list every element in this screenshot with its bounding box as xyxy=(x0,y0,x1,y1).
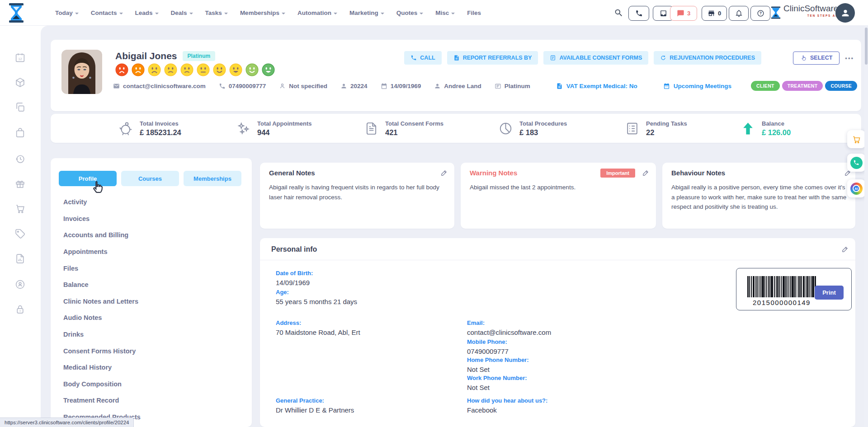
nav-item-quotes[interactable]: Quotes xyxy=(396,9,424,16)
hand-pointer-icon xyxy=(800,55,807,61)
account-sync-icon[interactable] xyxy=(14,279,26,290)
person-icon xyxy=(340,83,347,89)
floating-cart-button[interactable] xyxy=(847,130,865,148)
nav-item-marketing[interactable]: Marketing xyxy=(349,9,384,16)
history-icon[interactable] xyxy=(14,153,26,164)
tab-profile[interactable]: Profile xyxy=(59,171,117,186)
mood-emoji-6[interactable] xyxy=(197,63,210,76)
floating-ai-button[interactable]: AI xyxy=(847,179,865,197)
menu-item-audio-notes[interactable]: Audio Notes xyxy=(63,310,141,326)
mood-emoji-8[interactable] xyxy=(229,63,242,76)
stat-total-invoices: Total Invoices£ 185231.24 xyxy=(118,114,181,143)
print-barcode-button[interactable]: Print xyxy=(815,286,844,300)
nav-item-leads[interactable]: Leads xyxy=(135,9,159,16)
person-icon xyxy=(434,83,441,89)
chevron-down-icon xyxy=(282,13,285,14)
report-referrals-button[interactable]: REPORT REFERRALS BY xyxy=(447,51,538,65)
rejuvenation-button[interactable]: REJUVENATION PROCEDURES xyxy=(654,51,761,65)
copy-icon[interactable] xyxy=(14,102,26,113)
mood-emoji-5[interactable] xyxy=(180,63,193,76)
profile-menu-list: ActivityInvoicesAccounts and BillingAppo… xyxy=(63,194,141,425)
label-pill-client: CLIENT xyxy=(751,81,780,91)
menu-item-drinks[interactable]: Drinks xyxy=(63,326,141,343)
field-age: Age:55 years 5 months 21 days xyxy=(276,289,357,305)
nav-item-memberships[interactable]: Memberships xyxy=(240,9,285,16)
dialer-button[interactable] xyxy=(628,6,649,21)
page-scrollbar xyxy=(864,26,868,427)
nav-item-deals[interactable]: Deals xyxy=(171,9,193,16)
pos-button[interactable]: 0 xyxy=(702,6,727,21)
nav-item-contacts[interactable]: Contacts xyxy=(91,9,123,16)
mood-emoji-7[interactable] xyxy=(213,63,226,76)
phone-icon xyxy=(635,9,643,17)
cart-icon[interactable] xyxy=(14,203,26,214)
nav-item-tasks[interactable]: Tasks xyxy=(205,9,228,16)
menu-item-files[interactable]: Files xyxy=(63,260,141,277)
nav-item-today[interactable]: Today xyxy=(55,9,79,16)
menu-item-invoices[interactable]: Invoices xyxy=(63,211,141,227)
mood-emoji-9[interactable] xyxy=(245,63,259,76)
patient-plan: Platinum xyxy=(495,83,530,89)
warning-notes-title: Warning Notes xyxy=(470,169,517,177)
tab-courses[interactable]: Courses xyxy=(121,171,179,186)
menu-item-medical-history[interactable]: Medical History xyxy=(63,359,141,376)
nav-item-files[interactable]: Files xyxy=(467,9,481,16)
browser-status-bar: https://server3.clinicsoftware.com/clien… xyxy=(0,418,134,427)
floating-call-button[interactable] xyxy=(847,154,865,172)
menu-item-body-composition[interactable]: Body Composition xyxy=(63,376,141,393)
upcoming-meetings-link[interactable]: Upcoming Meetings xyxy=(663,83,731,89)
warning-notes-text: Abigail missed the last 2 appointments. xyxy=(470,183,649,192)
mood-emoji-1[interactable] xyxy=(115,63,128,76)
search-icon[interactable] xyxy=(614,8,623,18)
more-actions-button[interactable]: ••• xyxy=(845,55,854,61)
discount-tag-icon[interactable] xyxy=(14,228,26,239)
mood-emoji-4[interactable] xyxy=(164,63,177,76)
menu-item-clinic-notes-and-letters[interactable]: Clinic Notes and Letters xyxy=(63,293,141,310)
behaviour-notes-text: Abigail really is a positive person, eve… xyxy=(671,183,848,212)
menu-item-treatment-record[interactable]: Treatment Record xyxy=(63,392,141,409)
person-icon xyxy=(840,8,850,18)
field-mobile-phone: Mobile Phone:07490009777 xyxy=(467,338,509,355)
calendar-icon xyxy=(381,83,387,89)
user-avatar-button[interactable] xyxy=(835,3,855,23)
menu-item-accounts-and-billing[interactable]: Accounts and Billing xyxy=(63,227,141,244)
form-icon xyxy=(550,55,556,61)
menu-item-consent-forms-history[interactable]: Consent Forms History xyxy=(63,343,141,359)
help-button[interactable]: ? xyxy=(750,6,770,21)
package-icon[interactable] xyxy=(14,77,26,88)
scrollbar-thumb[interactable] xyxy=(865,28,868,65)
bell-icon xyxy=(735,9,743,17)
shopping-bag-icon[interactable] xyxy=(14,127,26,139)
mood-emoji-2[interactable] xyxy=(132,63,145,76)
edit-pencil-icon[interactable] xyxy=(841,245,849,253)
personal-info-card: Personal info Date of Birth:14/09/1969 A… xyxy=(260,238,855,427)
consent-forms-button[interactable]: AVAILABLE CONSENT FORMS xyxy=(543,51,648,65)
label-pill-treatment: TREATMENT xyxy=(782,81,823,91)
status-url: https://server3.clinicsoftware.com/clien… xyxy=(5,420,129,425)
calendar-icon[interactable]: 12 xyxy=(14,52,26,63)
up-arrow-icon xyxy=(741,121,755,136)
nav-item-misc[interactable]: Misc xyxy=(435,9,455,16)
mood-emoji-3[interactable] xyxy=(148,63,161,76)
call-button[interactable]: CALL xyxy=(404,51,441,65)
edit-pencil-icon[interactable] xyxy=(642,169,650,177)
behaviour-notes-card: Behaviour Notes Abigail really is a posi… xyxy=(662,163,855,229)
notifications-button[interactable] xyxy=(729,6,749,21)
mood-emoji-10[interactable] xyxy=(262,63,275,76)
tab-memberships[interactable]: Memberships xyxy=(184,171,241,186)
chevron-down-icon xyxy=(451,13,455,14)
menu-item-activity[interactable]: Activity xyxy=(63,194,141,211)
field-email: Email:contact@clinicsoftware.com xyxy=(467,319,551,336)
patient-photo xyxy=(61,50,102,94)
nav-item-automation[interactable]: Automation xyxy=(297,9,337,16)
vat-exempt-link[interactable]: VAT Exempt Medical: No xyxy=(556,83,637,89)
clinicsoftware-app: TodayContactsLeadsDealsTasksMembershipsA… xyxy=(0,0,868,427)
menu-item-appointments[interactable]: Appointments xyxy=(63,244,141,260)
lock-icon[interactable] xyxy=(14,304,26,315)
gift-icon[interactable] xyxy=(14,178,26,189)
select-button[interactable]: SELECT xyxy=(793,52,840,65)
menu-item-balance[interactable]: Balance xyxy=(63,277,141,293)
report-icon[interactable] xyxy=(14,253,26,264)
chat-button[interactable]: 3 xyxy=(670,6,697,21)
edit-pencil-icon[interactable] xyxy=(440,169,448,177)
